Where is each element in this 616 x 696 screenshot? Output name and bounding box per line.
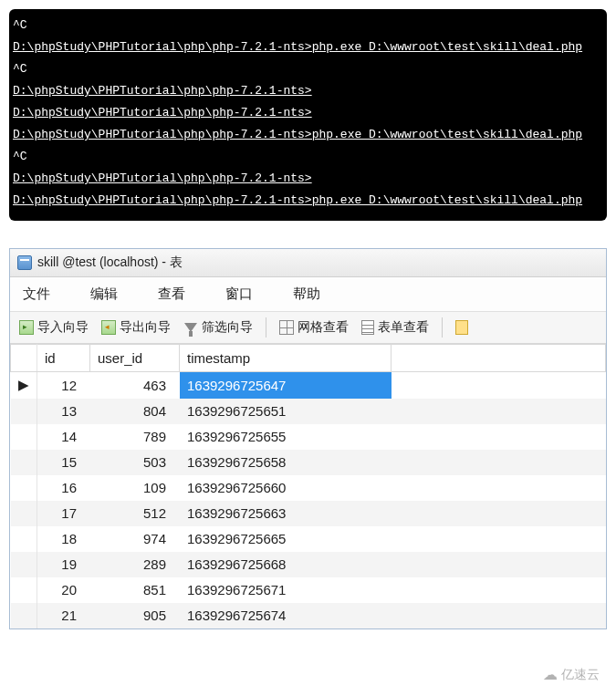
cell-id[interactable]: 20 [37, 577, 90, 603]
import-icon [19, 320, 34, 335]
filter-wizard-button[interactable]: 筛选向导 [180, 317, 256, 338]
table-icon [17, 255, 32, 270]
cell-empty [392, 577, 606, 603]
cell-user-id[interactable]: 289 [90, 552, 180, 577]
row-indicator [11, 526, 37, 552]
note-icon [455, 320, 468, 335]
terminal-line: ^C [13, 58, 603, 80]
cell-timestamp[interactable]: 1639296725668 [180, 552, 392, 577]
grid-view-button[interactable]: 网格查看 [276, 317, 352, 338]
cell-id[interactable]: 15 [37, 450, 90, 475]
titlebar: skill @test (localhost) - 表 [10, 249, 606, 277]
column-header-timestamp[interactable]: timestamp [180, 345, 392, 372]
filter-label: 筛选向导 [202, 319, 253, 336]
gridview-label: 网格查看 [298, 319, 349, 336]
menu-window[interactable]: 窗口 [216, 283, 262, 306]
row-indicator [11, 577, 37, 603]
menu-edit[interactable]: 编辑 [81, 283, 127, 306]
table-row[interactable]: 147891639296725655 [11, 424, 606, 450]
cell-empty [392, 526, 606, 552]
cell-id[interactable]: 17 [37, 501, 90, 526]
row-indicator [11, 475, 37, 501]
cell-id[interactable]: 19 [37, 552, 90, 577]
export-label: 导出向导 [120, 319, 171, 336]
cell-user-id[interactable]: 974 [90, 526, 180, 552]
form-icon [361, 320, 374, 335]
cell-id[interactable]: 18 [37, 526, 90, 552]
cell-id[interactable]: 13 [37, 399, 90, 424]
row-indicator [11, 399, 37, 424]
table-row[interactable]: 161091639296725660 [11, 475, 606, 501]
toolbar: 导入向导 导出向导 筛选向导 网格查看 表单查看 [10, 312, 606, 344]
cell-timestamp[interactable]: 1639296725665 [180, 526, 392, 552]
cell-user-id[interactable]: 109 [90, 475, 180, 501]
export-icon [101, 320, 116, 335]
row-indicator [11, 450, 37, 475]
data-grid[interactable]: id user_id timestamp ▶124631639296725647… [10, 344, 606, 628]
header-row: id user_id timestamp [11, 345, 606, 372]
db-table-window: skill @test (localhost) - 表 文件 编辑 查看 窗口 … [9, 248, 607, 629]
cell-timestamp[interactable]: 1639296725674 [180, 603, 392, 628]
cell-user-id[interactable]: 851 [90, 577, 180, 603]
row-indicator: ▶ [11, 372, 37, 399]
cell-empty [392, 450, 606, 475]
cell-timestamp[interactable]: 1639296725651 [180, 399, 392, 424]
row-indicator [11, 424, 37, 450]
table-row[interactable]: 219051639296725674 [11, 603, 606, 628]
menubar: 文件 编辑 查看 窗口 帮助 [10, 277, 606, 312]
terminal-line: D:\phpStudy\PHPTutorial\php\php-7.2.1-nt… [13, 168, 603, 190]
filter-icon [184, 323, 197, 332]
menu-file[interactable]: 文件 [14, 283, 59, 306]
cell-empty [392, 501, 606, 526]
indicator-header [11, 345, 37, 372]
note-button[interactable] [452, 318, 472, 337]
terminal-line: D:\phpStudy\PHPTutorial\php\php-7.2.1-nt… [13, 80, 603, 102]
table-row[interactable]: 175121639296725663 [11, 501, 606, 526]
table-row[interactable]: 138041639296725651 [11, 399, 606, 424]
cell-id[interactable]: 12 [37, 372, 90, 399]
table-row[interactable]: ▶124631639296725647 [11, 372, 606, 399]
menu-view[interactable]: 查看 [149, 283, 194, 306]
cell-id[interactable]: 21 [37, 603, 90, 628]
cell-user-id[interactable]: 804 [90, 399, 180, 424]
toolbar-separator [266, 317, 266, 338]
cell-timestamp[interactable]: 1639296725660 [180, 475, 392, 501]
cell-user-id[interactable]: 512 [90, 501, 180, 526]
formview-label: 表单查看 [378, 319, 429, 336]
window-title: skill @test (localhost) - 表 [37, 255, 183, 271]
toolbar-separator [442, 317, 443, 338]
cell-user-id[interactable]: 503 [90, 450, 180, 475]
terminal-line: D:\phpStudy\PHPTutorial\php\php-7.2.1-nt… [13, 124, 603, 146]
row-indicator [11, 603, 37, 628]
table-row[interactable]: 189741639296725665 [11, 526, 606, 552]
cell-timestamp[interactable]: 1639296725663 [180, 501, 392, 526]
terminal-line: D:\phpStudy\PHPTutorial\php\php-7.2.1-nt… [13, 102, 603, 124]
terminal-window: ^CD:\phpStudy\PHPTutorial\php\php-7.2.1-… [9, 9, 607, 221]
cell-timestamp[interactable]: 1639296725658 [180, 450, 392, 475]
row-indicator [11, 501, 37, 526]
cell-user-id[interactable]: 463 [90, 372, 180, 399]
cell-timestamp[interactable]: 1639296725655 [180, 424, 392, 450]
cell-id[interactable]: 16 [37, 475, 90, 501]
cell-id[interactable]: 14 [37, 424, 90, 450]
cell-timestamp[interactable]: 1639296725671 [180, 577, 392, 603]
table-row[interactable]: 208511639296725671 [11, 577, 606, 603]
import-wizard-button[interactable]: 导入向导 [16, 317, 92, 338]
cell-user-id[interactable]: 905 [90, 603, 180, 628]
cell-empty [392, 399, 606, 424]
cell-empty [392, 603, 606, 628]
export-wizard-button[interactable]: 导出向导 [98, 317, 174, 338]
table-row[interactable]: 155031639296725658 [11, 450, 606, 475]
grid-icon [279, 320, 294, 335]
table-row[interactable]: 192891639296725668 [11, 552, 606, 577]
menu-help[interactable]: 帮助 [284, 283, 329, 306]
cell-timestamp[interactable]: 1639296725647 [180, 372, 392, 399]
terminal-line: ^C [13, 146, 603, 168]
column-header-user-id[interactable]: user_id [90, 345, 180, 372]
cell-empty [392, 475, 606, 501]
row-indicator [11, 552, 37, 577]
import-label: 导入向导 [37, 319, 89, 336]
cell-user-id[interactable]: 789 [90, 424, 180, 450]
form-view-button[interactable]: 表单查看 [358, 317, 433, 338]
column-header-id[interactable]: id [37, 345, 90, 372]
